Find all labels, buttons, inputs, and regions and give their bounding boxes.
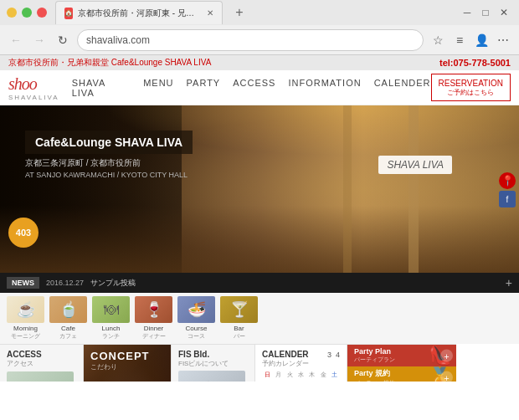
cat-course-label: Course	[186, 325, 208, 332]
cat-lunch[interactable]: 🍽 Lunch ランチ	[92, 296, 130, 341]
tab-close-btn[interactable]: ✕	[207, 8, 213, 18]
logo-area[interactable]: shoo SHAVALIVA	[8, 74, 59, 101]
reservation-btn[interactable]: RESERVEATION ご予約はこちら	[431, 74, 511, 101]
cat-bar[interactable]: 🍸 Bar バー	[220, 296, 258, 341]
site-content: 京都市役所前・兄弟和親堂 Cafe&Lounge SHAVA LIVA tel:…	[0, 55, 519, 382]
news-bar: NEWS 2016.12.27 サンプル投稿 +	[0, 273, 519, 293]
nav-access[interactable]: ACCESS	[233, 78, 275, 98]
access-jp: アクセス	[7, 359, 76, 368]
cat-bar-img: 🍸	[220, 296, 258, 323]
map-pin-icon[interactable]: 📍	[499, 172, 516, 189]
cal-h-sat: 土	[330, 371, 340, 379]
nav-calender[interactable]: CALENDER	[374, 78, 431, 98]
cal-d2: 2	[273, 380, 283, 382]
cal-h-fri: 金	[318, 371, 328, 379]
nav-menu-item[interactable]: MENU	[143, 78, 173, 98]
cal-d1: 1	[262, 380, 272, 382]
win-minimize-icon[interactable]: ─	[459, 4, 475, 21]
win-maximize-icon[interactable]: □	[477, 4, 494, 21]
rp-party-plan[interactable]: Party Plan パーティプラン 👠 +	[347, 345, 456, 366]
cal-d6: 6	[318, 380, 328, 382]
news-plus-btn[interactable]: +	[506, 276, 512, 289]
hero-sub1: 京都三条河原町 / 京都市役所前	[25, 157, 193, 169]
cat-cafe-img: 🍵	[49, 296, 87, 323]
fis-panel: FIS Bld. FISビルについて 建物	[172, 344, 255, 382]
calender-title-row: CALENDER 3 4	[262, 350, 340, 359]
news-date: 2016.12.27	[46, 279, 84, 287]
cal-h-wed: 水	[295, 371, 306, 379]
rp-party-plan-plus[interactable]: +	[440, 350, 453, 362]
nav-party[interactable]: PARTY	[187, 78, 221, 98]
cat-lunch-jp: ランチ	[102, 332, 120, 341]
cat-course[interactable]: 🍜 Course コース	[177, 296, 215, 341]
win-close-icon[interactable]: ✕	[496, 4, 512, 21]
profile-icon[interactable]: 👤	[472, 31, 491, 49]
cal-h-tue: 火	[285, 371, 295, 379]
cal-nums: 3 4	[327, 351, 340, 359]
reservation-sub: ご予約はこちら	[439, 89, 503, 97]
cat-cafe-label: Cafe	[61, 325, 75, 332]
site-header: shoo SHAVALIVA SHAVA LIVA MENU PARTY ACC…	[0, 70, 519, 105]
concept-title: CONCEPT	[90, 350, 164, 362]
new-tab-btn[interactable]: +	[229, 3, 249, 23]
concept-content: CONCEPT こだわり	[90, 350, 164, 371]
cat-bar-jp: バー	[234, 332, 245, 341]
cat-dinner-img: 🍷	[135, 296, 172, 323]
logo-text: shoo	[8, 74, 59, 94]
close-btn[interactable]	[37, 8, 47, 18]
cat-course-jp: コース	[188, 332, 205, 341]
cat-morning-label: Morning	[13, 325, 38, 332]
nav-information[interactable]: INFORMATION	[288, 78, 361, 98]
cat-lunch-label: Lunch	[102, 325, 121, 332]
back-btn[interactable]: ←	[7, 31, 25, 49]
url-input[interactable]: shavaliva.com	[77, 29, 424, 51]
minimize-btn[interactable]	[7, 8, 17, 18]
forward-btn[interactable]: →	[30, 31, 49, 49]
nav-shava-liva[interactable]: SHAVA LIVA	[72, 78, 131, 98]
refresh-btn[interactable]: ↻	[54, 31, 72, 49]
address-bar: ← → ↻ shavaliva.com ☆ ≡ 👤 ⋯	[0, 25, 519, 55]
category-row: ☕ Morning モーニング 🍵 Cafe カフェ 🍽 Lunch ランチ 🍷…	[0, 293, 519, 344]
cat-lunch-img: 🍽	[92, 296, 130, 323]
rp-party-conv-text: Party 規約 パーティー規約	[354, 368, 395, 382]
right-panels: Party Plan パーティプラン 👠 + Party 規約 パーティー規約 …	[347, 344, 456, 382]
cat-morning-img: ☕	[7, 296, 44, 323]
rp-party-conv-plus[interactable]: +	[440, 371, 453, 382]
cal-d5: 5	[307, 380, 317, 382]
rp-party-plan-jp: パーティプラン	[354, 356, 395, 364]
window-controls	[7, 8, 47, 18]
cal-grid: 日 月 火 水 木 金 土 1 2 3 4 5 6 7 8 9 10 11	[262, 371, 340, 382]
store-sign-text: SHAVA LIVA	[387, 159, 444, 171]
facebook-icon[interactable]: f	[499, 191, 516, 207]
tab-bar-area: 🏠 京都市役所前・河原町東 - 兄弟和親堂 Cafe&Lounge SHAVA …	[55, 1, 459, 24]
bookmark-icon[interactable]: ☆	[429, 31, 447, 49]
maximize-btn[interactable]	[22, 8, 32, 18]
cal-h-thu: 木	[307, 371, 317, 379]
concept-jp: こだわり	[90, 362, 164, 371]
cat-cafe[interactable]: 🍵 Cafe カフェ	[49, 296, 87, 341]
title-bar: 🏠 京都市役所前・河原町東 - 兄弟和親堂 Cafe&Lounge SHAVA …	[0, 0, 519, 25]
cal-d4: 4	[295, 380, 306, 382]
browser-tab[interactable]: 🏠 京都市役所前・河原町東 - 兄弟和親堂 Cafe&Lounge SHAVA …	[55, 1, 223, 24]
cat-morning[interactable]: ☕ Morning モーニング	[7, 296, 44, 341]
cat-dinner[interactable]: 🍷 Dinner ディナー	[135, 296, 172, 341]
access-panel: ACCESS アクセス 地図 📍	[0, 344, 84, 382]
rp-party-plan-text: Party Plan パーティプラン	[354, 347, 395, 364]
cat-cafe-jp: カフェ	[59, 332, 77, 341]
hero-pillar2	[343, 105, 352, 273]
notice-text: 京都市役所前・兄弟和親堂 Cafe&Lounge SHAVA LIVA	[8, 57, 211, 69]
store-sign: SHAVA LIVA	[378, 156, 452, 174]
access-map-img: 地図	[7, 371, 74, 382]
bottom-grid: ACCESS アクセス 地図 📍 CONCEPT こだわり FIS Bld. F…	[0, 344, 519, 382]
rp-party-conv[interactable]: Party 規約 パーティー規約 🏅 +	[347, 366, 456, 382]
browser-window-controls: ─ □ ✕	[459, 4, 512, 21]
access-title: ACCESS	[7, 350, 76, 359]
logo-sub: SHAVALIVA	[8, 94, 59, 101]
tab-title: 京都市役所前・河原町東 - 兄弟和親堂 Cafe&Lounge SHAVA LI…	[78, 8, 198, 19]
tab-favicon: 🏠	[64, 8, 73, 19]
hero-sub2: AT SANJO KAWRAMACHI / KYOTO CITY HALL	[25, 171, 193, 179]
hero-section: Cafe&Lounge SHAVA LIVA 京都三条河原町 / 京都市役所前 …	[0, 105, 519, 273]
menu-icon[interactable]: ≡	[450, 31, 469, 49]
hero-pillar1	[409, 105, 419, 273]
more-icon[interactable]: ⋯	[494, 31, 512, 49]
